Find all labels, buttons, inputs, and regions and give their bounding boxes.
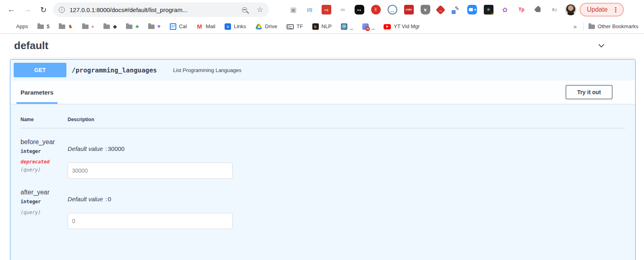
bookmark-folder-herb[interactable]: ♣ <box>126 23 139 29</box>
bookmark-label: Apps <box>16 23 28 29</box>
param-row-after-year: after_year integer (query) Default value… <box>21 179 625 229</box>
bookmark-gmail[interactable]: MMail <box>196 23 215 30</box>
bookmark-gcal[interactable]: 27Cal <box>170 23 187 30</box>
bookmark-links[interactable]: ≡Links <box>225 23 246 30</box>
param-description-cell: Default value:0 <box>68 179 625 229</box>
parameters-section-header: Parameters Try it out <box>10 80 635 104</box>
stop-hand-icon[interactable]: ✌ <box>371 5 381 14</box>
param-name: after_year <box>21 189 68 196</box>
chat-bubble-icon[interactable]: ‿ <box>388 5 397 14</box>
tag-section-header[interactable]: default <box>10 34 634 58</box>
try-it-out-button[interactable]: Try it out <box>566 85 613 99</box>
back-icon[interactable]: ← <box>6 5 16 14</box>
puzzle-icon[interactable] <box>533 5 543 14</box>
bookmark-tf[interactable]: TF <box>287 23 303 29</box>
bookmarks-divider <box>583 23 584 31</box>
param-row-before-year: before_year integer deprecated (query) D… <box>21 128 625 179</box>
cors-icon[interactable]: CORS <box>404 5 414 14</box>
bookmark-label: _ <box>372 23 374 29</box>
opblock-get: GET /programming_languages List Programm… <box>10 59 636 260</box>
default-value-number: 0 <box>108 196 111 202</box>
parameters-label: Parameters <box>21 89 54 96</box>
lastpass-icon[interactable]: •••| <box>322 5 331 14</box>
bookmark-folder-carousel[interactable]: ♞ <box>59 23 73 29</box>
bookmarks-bar: Apps$♞●◆♣♥27CalMMail≡LinksDriveTFkNLPW_3… <box>0 19 644 34</box>
parameters-table: Name Description before_year integer dep… <box>10 104 635 229</box>
endpoint-summary-row[interactable]: GET /programming_languages List Programm… <box>10 60 635 80</box>
wayback-machine-icon[interactable]: |/|| <box>305 5 315 14</box>
browser-menu-icon[interactable]: ⋮ <box>613 6 619 14</box>
other-bookmarks[interactable]: Other Bookmarks <box>588 23 638 29</box>
default-value-label: Default value <box>68 145 103 152</box>
update-button[interactable]: Update ⋮ <box>580 3 624 17</box>
name-column-header: Name <box>21 117 68 122</box>
card-icon <box>287 24 294 29</box>
after-year-input[interactable] <box>68 213 233 229</box>
bookmark-label: _ <box>350 23 353 29</box>
extensions-row: ▣|/||•••|∞●●✌‿CORS∨→✎✳✿Tp≡♪ <box>285 5 563 14</box>
default-value-text: Default value:30000 <box>68 145 625 152</box>
apps-grid-icon <box>7 23 13 29</box>
tp-icon[interactable]: Tp <box>517 5 526 14</box>
param-type: integer <box>21 199 68 204</box>
zoom-out-icon[interactable] <box>242 7 247 12</box>
bookmark-label: YT Vid Mgr <box>394 23 420 29</box>
url-text: 127.0.0.1:8000/docs#/default/list_progra… <box>70 6 242 13</box>
kaggle-icon: k <box>312 23 319 30</box>
bookmark-label: ♥ <box>157 23 161 29</box>
bookmark-label: $ <box>47 23 50 29</box>
param-name-cell: before_year integer deprecated (query) <box>21 128 68 179</box>
other-bookmarks-label: Other Bookmarks <box>598 23 638 29</box>
bookmark-folder-heart[interactable]: ♥ <box>148 23 161 29</box>
share-diamond-icon[interactable]: → <box>436 5 445 14</box>
zoom-meeting-icon[interactable] <box>467 5 477 14</box>
endpoint-path: /programming_languages <box>72 66 157 74</box>
bookmarks-overflow-chevron[interactable]: » <box>570 23 581 30</box>
browser-toolbar: ← → ↻ i 127.0.0.1:8000/docs#/default/lis… <box>0 0 644 19</box>
media-queue-icon[interactable]: ≡♪ <box>550 5 559 14</box>
binoculars-icon[interactable]: ∞ <box>338 5 348 14</box>
profile-avatar[interactable] <box>565 4 576 15</box>
forward-icon[interactable]: → <box>23 5 32 14</box>
tab-parameters[interactable]: Parameters <box>21 80 54 104</box>
dark-theme-icon[interactable]: ●● <box>355 5 364 14</box>
links-list-icon: ≡ <box>225 23 231 30</box>
browser-chrome: ← → ↻ i 127.0.0.1:8000/docs#/default/lis… <box>0 0 644 34</box>
gmail-icon: M <box>196 23 203 30</box>
flower-icon[interactable]: ✿ <box>500 5 510 14</box>
youtube-icon <box>384 24 391 29</box>
url-bar[interactable]: i 127.0.0.1:8000/docs#/default/list_prog… <box>53 2 269 17</box>
site-info-icon[interactable]: i <box>59 7 65 13</box>
param-name-cell: after_year integer (query) <box>21 179 68 229</box>
bookmark-folder-brain[interactable]: ● <box>82 23 95 29</box>
swagger-page: default GET /programming_languages List … <box>0 34 644 260</box>
screen-share-icon[interactable]: ▣ <box>289 5 298 14</box>
param-name: before_year <box>21 138 68 146</box>
folder-icon <box>82 25 89 29</box>
bookmark-apps[interactable]: Apps <box>7 23 28 29</box>
default-value-number: 30000 <box>108 145 125 152</box>
folder-icon <box>126 25 132 29</box>
before-year-input[interactable] <box>68 163 233 179</box>
calendar-badge-icon: 34 <box>362 23 369 30</box>
react-devtools-icon[interactable]: ✳ <box>484 5 493 14</box>
bookmark-drive[interactable]: Drive <box>255 23 277 30</box>
folder-icon <box>588 25 595 29</box>
bookmark-label: ♞ <box>68 23 73 29</box>
color-picker-icon[interactable]: ✎ <box>451 5 460 14</box>
pocket-icon[interactable]: ∨ <box>421 5 430 14</box>
bookmark-folder-finance[interactable]: $ <box>37 23 50 29</box>
bookmark-yt-vid-mgr[interactable]: YT Vid Mgr <box>384 23 420 29</box>
bookmark-folder-graduation[interactable]: ◆ <box>103 23 117 29</box>
bookmark-kaggle-nlp[interactable]: kNLP <box>312 23 332 30</box>
reload-icon[interactable]: ↻ <box>39 5 48 14</box>
bookmarks-row: Apps$♞●◆♣♥27CalMMail≡LinksDriveTFkNLPW_3… <box>7 23 429 30</box>
bookmark-star-icon[interactable]: ☆ <box>257 5 263 14</box>
method-badge: GET <box>14 63 66 77</box>
bookmark-label: NLP <box>322 23 332 29</box>
bookmark-wordpress[interactable]: W_ <box>341 23 353 30</box>
param-deprecated-flag: deprecated <box>21 159 68 165</box>
bookmark-cal34[interactable]: 34_ <box>362 23 374 30</box>
tag-title: default <box>14 39 48 52</box>
collapse-chevron-icon[interactable] <box>597 41 606 50</box>
